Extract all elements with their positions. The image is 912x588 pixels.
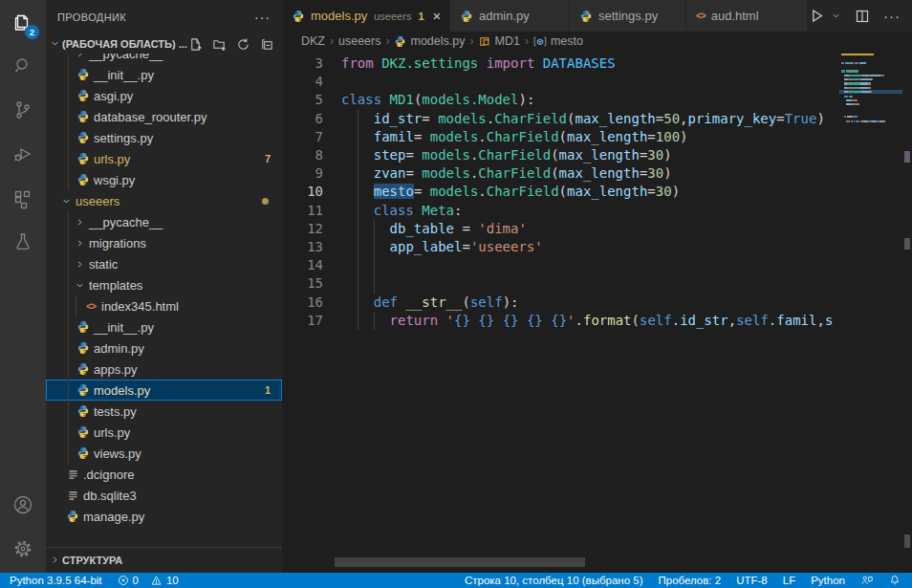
run-button[interactable] xyxy=(809,8,825,24)
code-line: 4 xyxy=(282,73,839,91)
tree-item-index345.html[interactable]: <>index345.html xyxy=(46,295,282,316)
breadcrumb-label: MD1 xyxy=(494,34,519,48)
code-line: 10 mesto= models.CharField(max_length=30… xyxy=(282,183,839,201)
account-icon[interactable] xyxy=(0,483,46,527)
minimap[interactable] xyxy=(839,51,902,558)
status-label: Python 3.9.5 64-bit xyxy=(10,575,102,586)
collapse-all-icon[interactable] xyxy=(260,37,274,52)
tree-item-label: db.sqlite3 xyxy=(83,489,137,503)
sidebar-more-actions[interactable]: ··· xyxy=(254,10,271,25)
code-text: from DKZ.settings import DATABASES xyxy=(341,54,616,73)
tree-item-.dcignore[interactable]: .dcignore xyxy=(46,464,282,485)
status-label: LF xyxy=(783,575,795,586)
breadcrumb-item-DKZ[interactable]: DKZ xyxy=(301,34,325,48)
editor-more-actions-icon[interactable]: ··· xyxy=(883,8,901,24)
problems-badge: 7 xyxy=(265,153,271,164)
tree-item-migrations[interactable]: migrations xyxy=(46,232,282,253)
tree-item-tests.py[interactable]: tests.py xyxy=(46,401,282,422)
status-label: 10 xyxy=(166,575,179,586)
extensions-icon[interactable] xyxy=(0,176,46,220)
status-encoding[interactable]: UTF-8 xyxy=(736,575,768,586)
new-folder-icon[interactable] xyxy=(212,37,227,52)
breadcrumb-item-MD1[interactable]: MD1 xyxy=(478,34,519,48)
breadcrumb-item-useeers[interactable]: useeers xyxy=(338,34,380,48)
py-file-icon xyxy=(394,35,406,48)
tree-item-wsgi.py[interactable]: wsgi.py xyxy=(46,169,282,190)
status-problems[interactable]: 010 xyxy=(118,575,179,586)
modified-dot xyxy=(262,198,269,205)
py-file-icon xyxy=(75,446,92,460)
tree-item-admin.py[interactable]: admin.py xyxy=(46,338,282,359)
tree-item-settings.py[interactable]: settings.py xyxy=(46,127,282,148)
code-line: 14 xyxy=(282,256,839,274)
status-eol[interactable]: LF xyxy=(783,575,795,586)
explorer-icon[interactable]: 2 xyxy=(0,0,46,44)
code-text: famil= models.CharField(max_length=100) xyxy=(341,128,688,146)
tree-item-models.py[interactable]: models.py1 xyxy=(46,380,282,401)
status-cursor-position[interactable]: Строка 10, столбец 10 (выбрано 5) xyxy=(465,575,643,586)
settings-gear-icon[interactable] xyxy=(0,527,46,571)
code-editor[interactable]: 3from DKZ.settings import DATABASES45cla… xyxy=(282,51,839,558)
tab-models.py[interactable]: models.pyuseeers1× xyxy=(282,0,450,32)
status-feedback[interactable] xyxy=(860,575,874,586)
tree-item-urls.py[interactable]: urls.py xyxy=(46,422,282,443)
tab-settings.py[interactable]: settings.py xyxy=(570,0,686,32)
overview-ruler xyxy=(902,51,912,558)
line-number: 12 xyxy=(282,220,323,238)
tab-problems-badge: 1 xyxy=(418,11,423,22)
tree-item-database_roouter.py[interactable]: database_roouter.py xyxy=(46,106,282,127)
run-dropdown-chevron-icon[interactable] xyxy=(831,11,841,21)
breadcrumb-label: models.py xyxy=(410,34,465,48)
tab-aud.html[interactable]: <>aud.html xyxy=(686,0,808,32)
chevron-down-icon xyxy=(72,280,87,291)
split-editor-icon[interactable] xyxy=(855,9,870,24)
status-language-mode[interactable]: Python xyxy=(811,575,845,586)
tree-item-__init__.py[interactable]: __init__.py xyxy=(46,316,282,338)
tree-item-__pycache__[interactable]: __pycache__ xyxy=(46,54,282,64)
code-text: return '{} {} {} {} {}'.format(self.id_s… xyxy=(341,312,833,330)
search-icon[interactable] xyxy=(0,44,46,88)
code-text: def __str__(self): xyxy=(341,294,518,312)
breadcrumb-item-mesto[interactable]: mesto xyxy=(533,34,583,48)
html-file-icon: <> xyxy=(82,301,99,312)
py-file-icon xyxy=(75,404,92,418)
status-indentation[interactable]: Пробелов: 2 xyxy=(659,575,722,586)
status-notifications[interactable] xyxy=(889,575,901,586)
new-file-icon[interactable] xyxy=(188,37,203,52)
tree-item-templates[interactable]: templates xyxy=(46,274,282,295)
breadcrumb-item-models.py[interactable]: models.py xyxy=(394,34,465,48)
tree-item-urls.py[interactable]: urls.py7 xyxy=(46,148,282,169)
tree-item-label: models.py xyxy=(94,383,150,398)
tree-item-label: templates xyxy=(89,278,142,293)
tree-item-manage.py[interactable]: manage.py xyxy=(46,506,282,527)
tree-item-__init__.py[interactable]: __init__.py xyxy=(46,64,282,85)
tab-admin.py[interactable]: admin.py xyxy=(450,0,570,32)
refresh-icon[interactable] xyxy=(236,37,250,52)
tree-item-static[interactable]: static xyxy=(46,253,282,274)
status-python-interpreter[interactable]: Python 3.9.5 64-bit xyxy=(10,575,102,586)
tab-label: admin.py xyxy=(479,9,530,23)
code-line: 12 db_table = 'dima' xyxy=(282,220,839,238)
horizontal-scrollbar[interactable] xyxy=(335,557,585,567)
outline-section-header[interactable]: СТРУКТУРА xyxy=(46,547,282,573)
testing-icon[interactable] xyxy=(0,220,46,264)
py-file-icon xyxy=(75,110,92,123)
source-control-icon[interactable] xyxy=(0,88,46,132)
breadcrumb-label: DKZ xyxy=(301,34,325,48)
tree-item-apps.py[interactable]: apps.py xyxy=(46,359,282,380)
tree-item-__pycache__[interactable]: __pycache__ xyxy=(46,211,282,232)
py-file-icon xyxy=(75,131,92,144)
run-debug-icon[interactable] xyxy=(0,132,46,176)
tab-label: aud.html xyxy=(711,9,759,23)
workspace-section-header[interactable]: (РАБОЧАЯ ОБЛАСТЬ) ... xyxy=(46,33,282,54)
py-file-icon xyxy=(292,10,305,23)
code-line: 17 return '{} {} {} {} {}'.format(self.i… xyxy=(282,312,839,330)
tree-item-label: settings.py xyxy=(94,131,153,145)
close-icon[interactable]: × xyxy=(433,9,442,23)
tree-item-useeers[interactable]: useeers xyxy=(46,190,282,211)
breadcrumb-separator: › xyxy=(525,34,529,48)
tree-item-asgi.py[interactable]: asgi.py xyxy=(46,85,282,106)
code-text: class MD1(models.Model): xyxy=(341,91,534,109)
tree-item-views.py[interactable]: views.py xyxy=(46,443,282,464)
tree-item-db.sqlite3[interactable]: db.sqlite3 xyxy=(46,485,282,506)
